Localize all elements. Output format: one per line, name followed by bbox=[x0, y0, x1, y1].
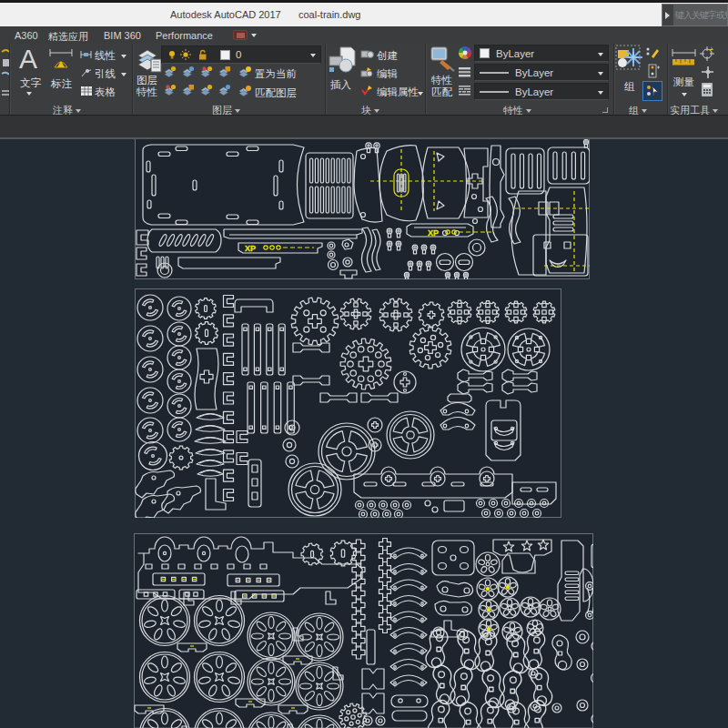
svg-text:XP: XP bbox=[428, 228, 439, 238]
svg-text:XP: XP bbox=[245, 244, 256, 253]
